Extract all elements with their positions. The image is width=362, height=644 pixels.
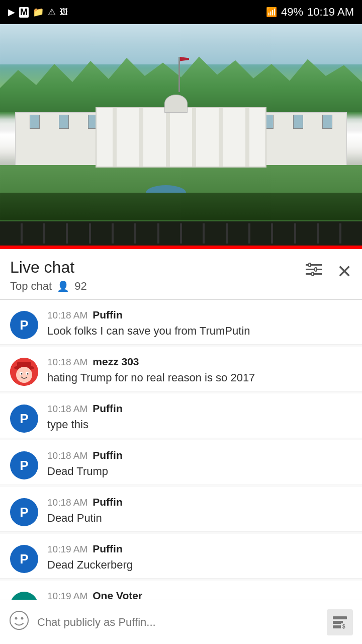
chat-input[interactable] — [37, 614, 319, 631]
wifi-icon: 📶 — [266, 7, 277, 18]
svg-rect-4 — [315, 268, 317, 271]
svg-rect-5 — [312, 272, 314, 276]
svg-point-9 — [16, 367, 32, 383]
chat-header-icons: ✕ — [305, 258, 352, 282]
svg-point-15 — [15, 617, 18, 619]
message-time: 10:18 AM — [47, 310, 87, 321]
message-text: Dead Zuckerberg — [47, 557, 133, 573]
top-chat-label[interactable]: Top chat — [10, 280, 52, 293]
hero-image — [0, 24, 362, 246]
time-display: 10:19 AM — [307, 6, 354, 19]
status-right: 📶 49% 10:19 AM — [266, 6, 354, 19]
message-meta: 10:18 AM mezz 303 — [47, 356, 255, 368]
svg-point-12 — [21, 373, 23, 375]
message-body: 10:18 AM Puffin Look folks I can save yo… — [47, 309, 250, 339]
battery-text: 49% — [281, 6, 303, 19]
chat-message: P 10:18 AM Puffin Dead Trump — [0, 440, 362, 485]
message-author: Puffin — [93, 309, 122, 321]
chat-messages: P 10:18 AM Puffin Look folks I can save … — [0, 300, 362, 644]
avatar: P — [10, 451, 38, 479]
svg-rect-3 — [309, 263, 311, 267]
avatar: P — [10, 405, 38, 433]
chat-header: Live chat Top chat 👤 92 ✕ — [0, 249, 362, 299]
message-text: hating Trump for no real reason is so 20… — [47, 370, 255, 386]
close-icon[interactable]: ✕ — [337, 261, 352, 282]
message-meta: 10:19 AM Puffin — [47, 543, 133, 555]
viewer-icon: 👤 — [57, 280, 69, 292]
chat-message: P 10:18 AM Puffin Look folks I can save … — [0, 300, 362, 345]
svg-point-16 — [21, 617, 24, 619]
svg-point-14 — [10, 611, 28, 629]
status-icons: ▶ M 📁 ⚠ 🖼 — [8, 7, 68, 18]
message-time: 10:18 AM — [47, 404, 87, 415]
m-icon: M — [19, 7, 29, 18]
avatar: P — [10, 498, 38, 526]
filter-settings-icon[interactable] — [305, 262, 323, 282]
message-body: 10:18 AM Puffin Dead Putin — [47, 496, 123, 526]
image-icon: 🖼 — [60, 8, 68, 17]
chat-message: 10:18 AM mezz 303 hating Trump for no re… — [0, 347, 362, 391]
top-chat-row: Top chat 👤 92 — [10, 280, 87, 293]
chat-message: P 10:18 AM Puffin Dead Putin — [0, 487, 362, 532]
status-bar: ▶ M 📁 ⚠ 🖼 📶 49% 10:19 AM — [0, 0, 362, 24]
avatar: P — [10, 311, 38, 339]
svg-rect-17 — [333, 616, 347, 619]
message-time: 10:18 AM — [47, 450, 87, 461]
message-text: Dead Putin — [47, 510, 123, 526]
message-body: 10:18 AM mezz 303 hating Trump for no re… — [47, 356, 255, 386]
message-author: Puffin — [93, 543, 122, 555]
message-author: mezz 303 — [93, 356, 139, 368]
svg-text:$: $ — [342, 624, 345, 629]
chat-message: P 10:18 AM Puffin type this — [0, 393, 362, 438]
message-meta: 10:18 AM Puffin — [47, 403, 123, 415]
message-author: Puffin — [93, 403, 122, 415]
message-text: type this — [47, 417, 123, 433]
live-chat-title: Live chat — [10, 258, 87, 277]
send-button[interactable]: $ — [327, 609, 353, 635]
youtube-icon: ▶ — [8, 7, 15, 18]
avatar — [10, 358, 38, 386]
avatar: P — [10, 545, 38, 573]
message-body: 10:18 AM Puffin type this — [47, 403, 123, 433]
message-text: Look folks I can save you from TrumPutin — [47, 323, 250, 339]
svg-point-13 — [27, 373, 29, 375]
message-meta: 10:18 AM Puffin — [47, 309, 250, 321]
warning-icon: ⚠ — [48, 7, 56, 18]
message-time: 10:18 AM — [47, 357, 87, 368]
message-body: 10:18 AM Puffin Dead Trump — [47, 449, 123, 479]
message-author: Puffin — [93, 449, 122, 461]
chat-message: P 10:19 AM Puffin Dead Zuckerberg — [0, 534, 362, 579]
accent-bar — [0, 246, 362, 249]
svg-rect-1 — [306, 269, 322, 270]
message-time: 10:18 AM — [47, 497, 87, 508]
svg-rect-0 — [306, 264, 322, 266]
message-time: 10:19 AM — [47, 544, 87, 555]
viewer-count: 92 — [74, 280, 86, 293]
chat-header-left: Live chat Top chat 👤 92 — [10, 258, 87, 293]
message-meta: 10:18 AM Puffin — [47, 449, 123, 461]
message-body: 10:19 AM Puffin Dead Zuckerberg — [47, 543, 133, 573]
emoji-button[interactable] — [9, 610, 29, 634]
folder-icon: 📁 — [33, 7, 44, 18]
message-text: Dead Trump — [47, 463, 123, 479]
message-author: Puffin — [93, 496, 122, 508]
chat-input-area: $ — [0, 600, 362, 644]
message-meta: 10:18 AM Puffin — [47, 496, 123, 508]
